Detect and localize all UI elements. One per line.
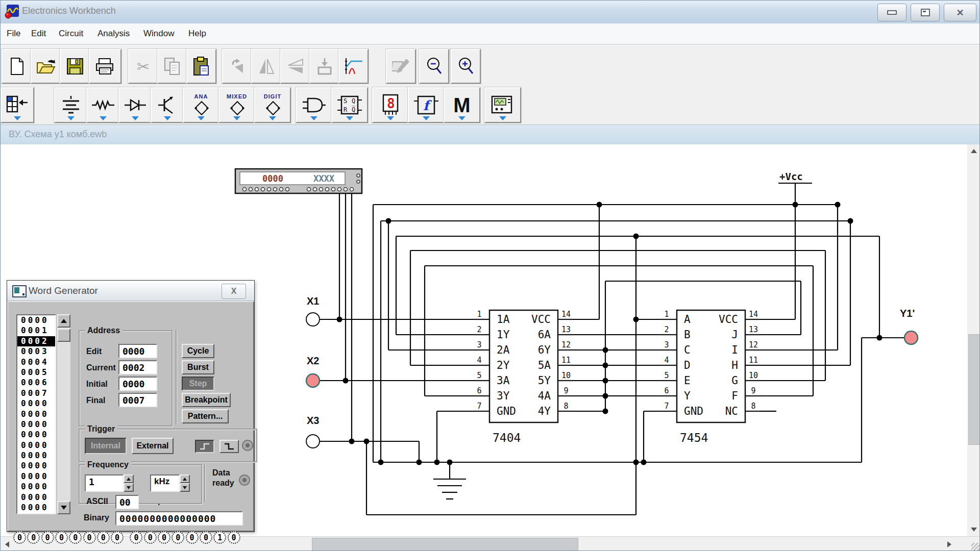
close-button[interactable]: ✕ (944, 4, 976, 21)
logic-gates-bin-button[interactable] (296, 87, 332, 123)
analog-ics-bin-button[interactable]: ANA (183, 87, 219, 123)
word-list-row[interactable]: 0000 (17, 440, 55, 450)
miscellaneous-bin-button[interactable]: M (444, 87, 480, 123)
word-list-row[interactable]: 0001 (17, 325, 55, 336)
wordgen-terminal[interactable] (357, 174, 360, 177)
wordgen-terminal[interactable] (326, 188, 329, 191)
word-list-row[interactable]: 0000 (17, 482, 55, 492)
word-list-scrollbar[interactable] (57, 314, 70, 514)
display-graphs-button[interactable] (338, 49, 369, 84)
wordgen-terminal[interactable] (267, 188, 271, 191)
cycle-button[interactable]: Cycle (182, 344, 214, 358)
word-generator-close-button[interactable]: X (222, 284, 246, 299)
open-button[interactable] (31, 49, 61, 84)
scroll-up-button[interactable] (967, 144, 980, 158)
ascii-field[interactable]: 00 (115, 495, 139, 509)
scroll-right-button[interactable] (943, 537, 956, 551)
word-list-row[interactable]: 0000 (17, 461, 55, 471)
binary-field[interactable]: 0000000000000000 (115, 511, 243, 525)
word-list-row[interactable]: 0003 (17, 346, 55, 357)
word-list-row[interactable]: 0000 (17, 409, 55, 419)
menu-file[interactable]: File (4, 23, 23, 44)
frequency-unit-field[interactable]: kHz (150, 474, 180, 492)
word-list-row[interactable]: 0004 (17, 357, 55, 367)
menu-edit[interactable]: Edit (28, 23, 49, 44)
wordgen-terminal[interactable] (243, 188, 247, 191)
falling-edge-button[interactable] (219, 440, 239, 453)
transistors-bin-button[interactable] (151, 87, 184, 123)
wordgen-terminal[interactable] (286, 188, 289, 191)
word-list-row[interactable]: 0000 (17, 419, 55, 430)
menu-circuit[interactable]: Circuit (56, 23, 86, 44)
minimize-button[interactable] (877, 4, 906, 21)
controls-bin-button[interactable]: f (408, 87, 445, 123)
wordgen-terminal[interactable] (255, 188, 259, 191)
vertical-scroll-thumb[interactable] (968, 334, 980, 445)
pattern-button[interactable]: Pattern... (182, 409, 229, 423)
wordgen-terminal[interactable] (249, 188, 253, 191)
wordgen-terminal[interactable] (261, 188, 265, 191)
word-list-row[interactable]: 0000 (17, 471, 55, 482)
node-terminal-Y1'[interactable] (904, 331, 918, 344)
wordgen-terminal[interactable] (350, 188, 354, 191)
maximize-button[interactable] (911, 4, 940, 21)
cut-button[interactable]: ✂ (128, 49, 158, 84)
word-list[interactable]: 0000000100020003000400050006000700000000… (16, 314, 56, 514)
zoom-in-button[interactable] (451, 49, 481, 84)
flip-horizontal-button[interactable] (251, 49, 281, 84)
frequency-unit-spinner[interactable] (180, 474, 190, 492)
horizontal-scroll-thumb[interactable] (312, 538, 578, 551)
component-properties-button[interactable] (386, 49, 416, 84)
breakpoint-button[interactable]: Breakpoint (182, 393, 231, 407)
zoom-out-button[interactable] (419, 49, 449, 84)
copy-button[interactable] (157, 49, 187, 84)
edit-field[interactable]: 0000 (118, 344, 157, 358)
print-button[interactable] (89, 49, 121, 84)
digital-ics-bin-button[interactable]: DIGIT (254, 87, 291, 123)
wordgen-terminal[interactable] (280, 188, 283, 191)
rotate-button[interactable] (222, 49, 252, 84)
spin-down-button[interactable] (124, 483, 134, 492)
favorites-bin-button[interactable] (1, 87, 34, 123)
menu-help[interactable]: Help (185, 23, 209, 44)
final-field[interactable]: 0007 (118, 393, 157, 407)
diodes-bin-button[interactable] (118, 87, 152, 123)
word-list-row[interactable]: 0005 (17, 367, 55, 378)
trigger-external-button[interactable]: External (132, 438, 174, 454)
vertical-scrollbar[interactable] (967, 144, 980, 536)
trigger-internal-button[interactable]: Internal (85, 438, 127, 454)
wordgen-terminal[interactable] (338, 188, 341, 191)
word-list-row[interactable]: 0000 (17, 503, 55, 513)
word-list-row[interactable]: 0000 (17, 450, 55, 461)
scroll-down-button[interactable] (967, 523, 980, 536)
word-list-row[interactable]: 0000 (17, 315, 55, 325)
list-scroll-thumb[interactable] (57, 329, 70, 342)
frequency-spinner[interactable] (124, 474, 134, 492)
word-list-row[interactable]: 0007 (17, 388, 55, 398)
instruments-bin-button[interactable] (484, 87, 521, 123)
wordgen-terminal[interactable] (313, 188, 317, 191)
word-list-row[interactable]: 0002 (17, 336, 55, 346)
spin-up-button[interactable] (124, 474, 134, 483)
wordgen-terminal[interactable] (320, 188, 323, 191)
frequency-value-field[interactable]: 1 (85, 474, 124, 492)
word-list-row[interactable]: 0000 (17, 492, 55, 503)
node-terminal-X3[interactable] (306, 435, 320, 448)
rising-edge-button[interactable] (195, 440, 214, 453)
spin-up-button[interactable] (180, 474, 190, 483)
wordgen-terminal[interactable] (332, 188, 335, 191)
word-list-row[interactable]: 0000 (17, 430, 55, 440)
word-generator-titlebar[interactable]: Word Generator X (7, 281, 254, 301)
spin-down-button[interactable] (180, 483, 190, 492)
word-list-row[interactable]: 0006 (17, 378, 55, 388)
burst-button[interactable]: Burst (182, 360, 214, 374)
node-terminal-X1[interactable] (306, 313, 320, 326)
wordgen-terminal[interactable] (344, 188, 348, 191)
flipflop-bin-button[interactable]: S Q R Q̅ (331, 87, 368, 123)
wordgen-terminal[interactable] (357, 180, 360, 183)
basic-bin-button[interactable] (86, 87, 120, 123)
save-button[interactable] (60, 49, 90, 84)
word-list-row[interactable]: 0000 (17, 398, 55, 409)
paste-button[interactable] (186, 49, 216, 84)
flip-vertical-button[interactable] (280, 49, 310, 84)
